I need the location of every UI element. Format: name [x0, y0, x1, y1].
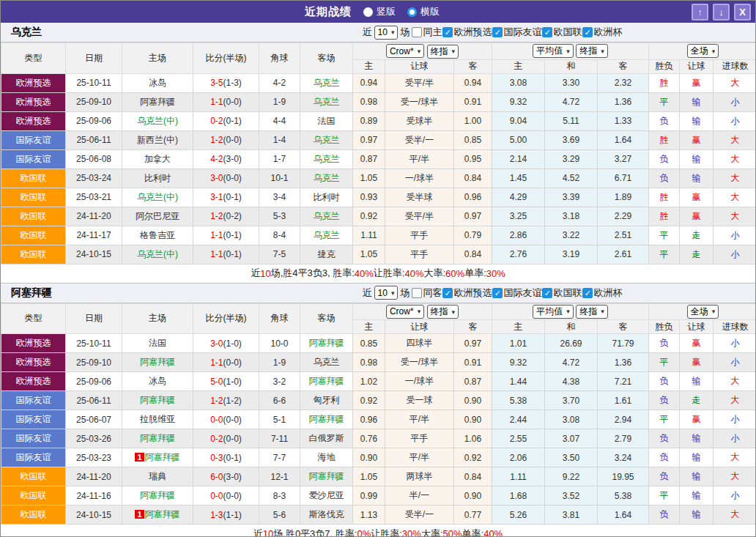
score-cell: 1-3(1-1): [193, 505, 259, 525]
view-option-vertical[interactable]: 竖版: [363, 5, 396, 18]
home-team-cell: 阿塞拜疆: [122, 429, 193, 448]
away-team-cell: 乌克兰: [300, 92, 353, 111]
avg-draw-cell: 3.52: [545, 486, 598, 505]
home-team-name: 阿塞拜疆: [140, 433, 175, 443]
move-down-button[interactable]: ↓: [713, 4, 730, 21]
summary-segment: 10: [263, 528, 273, 537]
fulltime-score: 1-1: [210, 358, 223, 368]
col-header-avg-home: 主: [492, 59, 545, 73]
matches-table: 类型 日期 主场 比分(半场) 角球 客场 Crow*▾ 终指▾ 平均值▾ 终指…: [1, 303, 756, 525]
period-select[interactable]: 全场▾: [687, 305, 719, 319]
handicap-result-cell: 输: [680, 448, 714, 467]
fulltime-score: 0-0: [210, 491, 223, 501]
avg-draw-cell: 3.22: [545, 226, 598, 245]
goals-result-cell: 大: [714, 448, 756, 467]
league-checkbox[interactable]: ✓: [492, 288, 503, 298]
league-label: 国际友谊: [503, 286, 541, 300]
halftime-score: (0-1): [223, 249, 242, 259]
same-venue-label: 同主: [423, 26, 442, 39]
league-checkbox[interactable]: ✓: [542, 288, 552, 298]
odds-source-select[interactable]: Crow*▾: [386, 44, 424, 58]
avg-away-cell: 6.71: [598, 168, 649, 188]
result-cell: 胜: [649, 207, 680, 226]
same-venue-checkbox[interactable]: [412, 288, 422, 298]
fulltime-score: 3-0: [210, 338, 223, 349]
col-header-goals: 进球数: [714, 320, 756, 334]
corner-cell: 10-0: [259, 334, 300, 353]
league-checkbox[interactable]: ✓: [492, 27, 503, 37]
sections: 乌克兰 近 10 ▾ 场 同主 ✓欧洲预选✓国际友谊✓欧国联✓欧洲杯: [1, 23, 755, 537]
goals-result-cell: 小: [714, 486, 756, 505]
competition-type-cell: 欧洲预选: [1, 73, 66, 92]
score-cell: 0-0(0-0): [193, 486, 259, 505]
league-label: 国际友谊: [503, 26, 541, 39]
league-checkbox[interactable]: ✓: [582, 27, 593, 37]
date-cell: 24-11-16: [66, 486, 122, 505]
chevron-down-icon: ▾: [391, 289, 395, 297]
avg-away-cell: 2.32: [598, 73, 649, 92]
table-row: 国际友谊 25-06-08 加拿大 4-2(3-0) 1-7 乌克兰 0.87 …: [1, 149, 756, 168]
chevron-down-icon: ▾: [452, 48, 456, 55]
col-header-away: 客场: [300, 303, 353, 334]
section-filter-bar: 阿塞拜疆 近 10 ▾ 场 同客 ✓欧洲预选✓国际友谊✓欧国联✓欧洲杯: [1, 284, 755, 303]
halftime-score: (0-1): [223, 192, 242, 202]
halftime-score: (3-0): [223, 472, 242, 482]
halftime-score: (0-0): [223, 434, 242, 444]
date-cell: 25-06-11: [66, 130, 122, 149]
odds-time-select[interactable]: 终指▾: [427, 305, 459, 319]
games-count-select[interactable]: 10 ▾: [374, 26, 399, 40]
halftime-score: (0-2): [223, 211, 242, 221]
corner-cell: 5-3: [259, 207, 300, 226]
table-row: 欧国联 24-11-17 格鲁吉亚 1-1(0-1) 8-4 乌克兰 1.11 …: [1, 226, 756, 245]
league-checkbox[interactable]: ✓: [542, 27, 552, 37]
same-venue-checkbox[interactable]: [412, 27, 422, 37]
handicap-result-cell: 输: [680, 168, 714, 188]
handicap-result-cell: 输: [680, 149, 714, 168]
view-option-horizontal[interactable]: 横版: [407, 5, 440, 18]
league-checkbox[interactable]: ✓: [442, 27, 453, 37]
close-button[interactable]: X: [734, 4, 751, 21]
avg-source-select[interactable]: 平均值▾: [533, 305, 574, 319]
corner-cell: 7-7: [259, 448, 300, 467]
odds-source-select[interactable]: Crow*▾: [386, 305, 424, 319]
team-name: 阿塞拜疆: [11, 286, 52, 300]
avg-time-select[interactable]: 终指▾: [576, 305, 608, 319]
date-cell: 25-10-11: [66, 334, 122, 353]
league-checkbox[interactable]: ✓: [582, 288, 593, 298]
competition-type-cell: 国际友谊: [1, 410, 66, 429]
handicap-result-cell: 输: [680, 429, 714, 448]
chevron-down-icon: ▾: [601, 308, 604, 315]
home-team-cell: 1阿塞拜疆: [122, 505, 193, 525]
competition-type-cell: 欧洲预选: [1, 372, 66, 391]
home-team-cell: 格鲁吉亚: [122, 226, 193, 245]
summary-segment: 40%: [355, 268, 374, 279]
home-odds-cell: 0.87: [353, 149, 385, 168]
avg-home-cell: 3.25: [492, 207, 545, 226]
corner-cell: 7-11: [259, 429, 300, 448]
home-odds-cell: 0.97: [353, 130, 385, 149]
col-header-score: 比分(半场): [193, 303, 259, 334]
league-checkbox[interactable]: ✓: [442, 288, 453, 298]
fulltime-score: 3-5: [210, 78, 223, 88]
corner-cell: 1-9: [259, 353, 300, 372]
radio-label: 横版: [420, 5, 440, 18]
avg-source-select[interactable]: 平均值▾: [533, 44, 574, 58]
away-odds-cell: 0.84: [454, 168, 492, 188]
avg-draw-cell: 3.07: [545, 429, 598, 448]
odds-time-select[interactable]: 终指▾: [427, 45, 459, 59]
avg-draw-cell: 3.29: [545, 149, 598, 168]
handicap-cell: 一/球半: [385, 168, 454, 188]
away-odds-cell: 0.91: [454, 92, 492, 111]
avg-time-select[interactable]: 终指▾: [576, 44, 608, 58]
period-select[interactable]: 全场▾: [687, 44, 719, 58]
away-team-cell: 法国: [300, 111, 353, 130]
games-count-select[interactable]: 10 ▾: [374, 286, 399, 300]
competition-type-cell: 欧国联: [1, 505, 66, 525]
away-team-cell: 乌克兰: [300, 207, 353, 226]
halftime-score: (1-3): [223, 78, 242, 88]
move-up-button[interactable]: ↑: [692, 4, 708, 21]
handicap-cell: 受平/半: [385, 207, 454, 226]
avg-draw-cell: 4.72: [545, 353, 598, 372]
home-team-cell: 冰岛: [122, 73, 193, 92]
col-header-handicap: 让球: [385, 59, 454, 73]
